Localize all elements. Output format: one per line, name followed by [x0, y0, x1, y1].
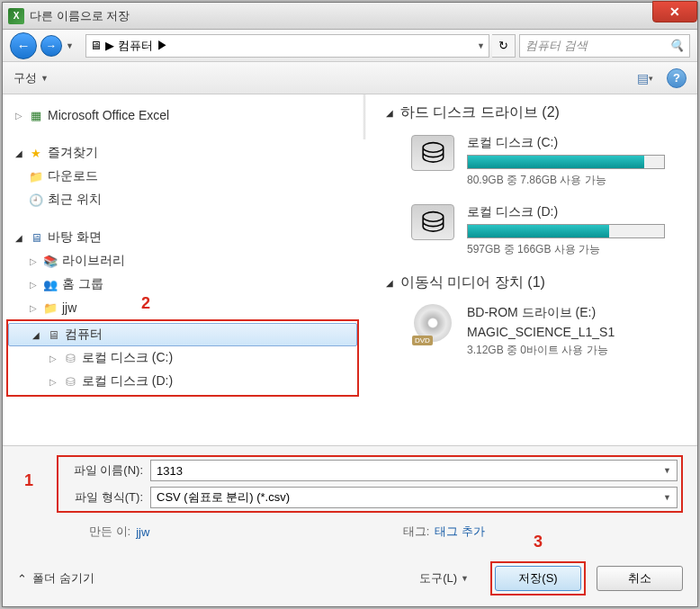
excel-icon: ▦ [28, 108, 44, 122]
filename-input[interactable]: 1313 ▼ [150, 460, 678, 481]
tree-item-desktop[interactable]: ◢ 🖥 바탕 화면 [6, 226, 359, 249]
expander-icon[interactable]: ◢ [384, 108, 395, 118]
drive-c-usage-bar [467, 155, 665, 169]
breadcrumb-path[interactable]: 컴퓨터 ▶ [118, 38, 168, 54]
navigation-bar: ← → ▼ 🖥 ▶ 컴퓨터 ▶ ▼ ↻ 컴퓨터 검색 🔍 [3, 30, 697, 62]
chevron-down-icon[interactable]: ▼ [663, 493, 671, 502]
navigation-tree: ▷ ▦ Microsoft Office Excel ◢ ★ 즐겨찾기 📁 다운… [3, 94, 363, 445]
computer-icon: 🖥 [45, 327, 61, 342]
recent-icon: 🕘 [28, 193, 44, 207]
address-bar[interactable]: 🖥 ▶ 컴퓨터 ▶ ▼ [85, 34, 489, 58]
annotation-2: 2 [141, 294, 150, 313]
tree-item-drive-c[interactable]: ▷ ⛁ 로컬 디스크 (C:) [8, 346, 357, 370]
drives-panel: ◢ 하드 디스크 드라이브 (2) ⛁ 로컬 디스크 (C:) 80.9GB 중… [366, 94, 697, 445]
library-icon: 📚 [42, 254, 58, 268]
tree-item-favorites[interactable]: ◢ ★ 즐겨찾기 [6, 141, 359, 165]
save-button[interactable]: 저장(S) [495, 566, 581, 591]
search-icon: 🔍 [669, 39, 684, 52]
drive-bd[interactable]: BD-ROM 드라이브 (E:) MAGIC_SCIENCE_L1_S1 3.1… [411, 305, 679, 358]
titlebar: X 다른 이름으로 저장 ✕ [3, 3, 697, 30]
author-label: 만든 이: [89, 524, 130, 540]
desktop-icon: 🖥 [28, 230, 44, 245]
tree-item-excel[interactable]: ▷ ▦ Microsoft Office Excel [6, 103, 359, 127]
drive-bd-status: 3.12GB 중 0바이트 사용 가능 [467, 343, 679, 358]
cancel-button[interactable]: 취소 [597, 566, 683, 591]
expander-icon[interactable]: ◢ [384, 278, 395, 288]
drive-bd-label: MAGIC_SCIENCE_L1_S1 [467, 325, 679, 339]
expander-icon[interactable]: ▷ [48, 354, 58, 363]
star-icon: ★ [28, 146, 44, 160]
tree-item-homegroup[interactable]: ▷ 👥 홈 그룹 [6, 273, 359, 296]
expander-icon[interactable]: ▷ [13, 111, 24, 121]
hdd-icon: ⛁ [411, 204, 454, 240]
forward-button[interactable]: → [40, 35, 62, 57]
save-as-dialog: X 다른 이름으로 저장 ✕ ← → ▼ 🖥 ▶ 컴퓨터 ▶ ▼ ↻ 컴퓨터 검… [2, 2, 698, 607]
filename-label: 파일 이름(N): [62, 462, 143, 479]
expander-icon[interactable]: ▷ [48, 377, 58, 387]
drive-d-status: 597GB 중 166GB 사용 가능 [467, 242, 679, 257]
nav-history-dropdown[interactable]: ▼ [66, 41, 78, 50]
drive-d-usage-bar [467, 224, 665, 238]
organize-button[interactable]: 구성 ▼ [13, 70, 49, 86]
annotation-3: 3 [534, 533, 543, 551]
help-icon: ? [673, 71, 680, 85]
annotation-1: 1 [24, 471, 33, 490]
tags-value[interactable]: 태그 추가 [435, 524, 485, 540]
back-button[interactable]: ← [10, 32, 37, 59]
chevron-down-icon: ▼ [40, 74, 49, 83]
close-icon: ✕ [669, 4, 680, 19]
toolbar: 구성 ▼ ▤ ▾ ? [3, 62, 697, 94]
drive-d-name: 로컬 디스크 (D:) [467, 204, 679, 220]
tree-item-user[interactable]: ▷ 📁 jjw [6, 296, 359, 319]
refresh-button[interactable]: ↻ [492, 34, 516, 58]
chevron-down-icon: ▼ [461, 574, 469, 583]
annotation-box-1: 파일 이름(N): 1313 ▼ 파일 형식(T): CSV (쉼표로 분리) … [57, 455, 683, 513]
expander-icon[interactable]: ◢ [31, 330, 41, 340]
removable-section-header[interactable]: ◢ 이동식 미디어 장치 (1) [384, 273, 679, 292]
view-options-button[interactable]: ▤ ▾ [633, 68, 658, 88]
breadcrumb-separator-icon: ▶ [105, 39, 114, 52]
tags-label: 태그: [403, 524, 430, 540]
tree-item-computer[interactable]: ◢ 🖥 컴퓨터 [8, 323, 357, 346]
filetype-select[interactable]: CSV (쉼표로 분리) (*.csv) ▼ [150, 487, 678, 508]
drive-c-status: 80.9GB 중 7.86GB 사용 가능 [467, 173, 679, 188]
author-value[interactable]: jjw [136, 525, 149, 539]
help-button[interactable]: ? [667, 68, 687, 88]
chevron-up-icon: ⌃ [17, 572, 27, 586]
search-placeholder: 컴퓨터 검색 [525, 38, 588, 54]
tree-item-recent[interactable]: 🕘 최근 위치 [6, 188, 359, 211]
address-dropdown-icon[interactable]: ▼ [477, 41, 485, 50]
dvd-icon [411, 305, 454, 341]
drive-bd-name: BD-ROM 드라이브 (E:) [467, 305, 679, 321]
bottom-panel: 1 파일 이름(N): 1313 ▼ 파일 형식(T): CSV (쉼표로 분리… [3, 445, 697, 606]
hide-folders-button[interactable]: ⌃ 폴더 숨기기 [17, 570, 94, 587]
annotation-box-2: ◢ 🖥 컴퓨터 ▷ ⛁ 로컬 디스크 (C:) ▷ ⛁ 로컬 디스크 (D:) [6, 319, 359, 397]
tools-button[interactable]: 도구(L) ▼ [419, 570, 469, 587]
content-area: ▷ ▦ Microsoft Office Excel ◢ ★ 즐겨찾기 📁 다운… [3, 94, 697, 445]
drive-icon: ⛁ [62, 351, 78, 365]
drive-icon: ⛁ [62, 374, 78, 389]
chevron-down-icon[interactable]: ▼ [663, 466, 671, 475]
view-icon: ▤ [637, 71, 649, 85]
arrow-left-icon: ← [17, 38, 31, 53]
excel-app-icon: X [8, 8, 24, 24]
search-input[interactable]: 컴퓨터 검색 🔍 [519, 34, 690, 58]
close-button[interactable]: ✕ [652, 1, 697, 22]
arrow-right-icon: → [46, 40, 57, 52]
user-folder-icon: 📁 [42, 300, 58, 315]
tree-item-drive-d[interactable]: ▷ ⛁ 로컬 디스크 (D:) [8, 370, 357, 393]
homegroup-icon: 👥 [42, 277, 58, 291]
drive-c[interactable]: ⛁ 로컬 디스크 (C:) 80.9GB 중 7.86GB 사용 가능 [411, 135, 679, 188]
expander-icon[interactable]: ▷ [28, 256, 39, 266]
expander-icon[interactable]: ◢ [13, 148, 24, 158]
tree-item-libraries[interactable]: ▷ 📚 라이브러리 [6, 249, 359, 273]
tree-item-downloads[interactable]: 📁 다운로드 [6, 165, 359, 188]
chevron-down-icon: ▾ [649, 74, 653, 83]
expander-icon[interactable]: ◢ [13, 233, 24, 243]
hdd-section-header[interactable]: ◢ 하드 디스크 드라이브 (2) [384, 103, 679, 122]
computer-icon: 🖥 [90, 39, 102, 52]
drive-c-name: 로컬 디스크 (C:) [467, 135, 679, 151]
expander-icon[interactable]: ▷ [28, 280, 39, 290]
expander-icon[interactable]: ▷ [28, 303, 39, 313]
drive-d[interactable]: ⛁ 로컬 디스크 (D:) 597GB 중 166GB 사용 가능 [411, 204, 679, 257]
